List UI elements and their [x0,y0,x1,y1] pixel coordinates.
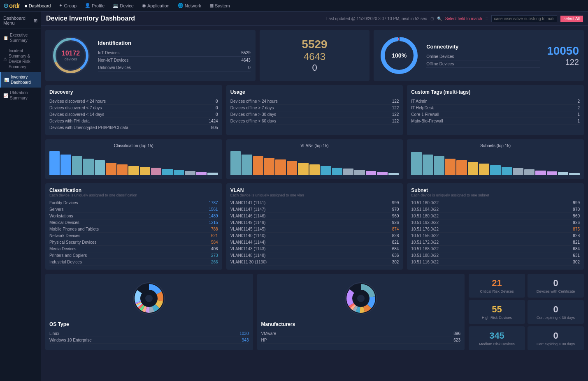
subnet-row-3: 10.51.192.0/22926 [411,219,580,226]
incident-summary-icon: ⚠ [3,56,7,62]
usage-row-3: Devices offline > 60 days 122 [230,118,399,125]
vlan-row-7: VLAN01143 (1143)684 [230,246,399,252]
subnet-row-2: 10.51.180.0/22960 [411,213,580,219]
risk-grid: 21 Critical Risk Devices 0 Devices with … [469,274,584,350]
discovery-row-0: Devices discovered < 24 hours 0 [49,98,218,105]
application-nav-icon: ◉ [142,3,146,8]
discovery-title: Discovery [49,89,218,95]
topbar: Device Inventory Dashboard Last updated … [41,12,588,26]
nav-dashboard[interactable]: ■ Dashboard [21,3,54,8]
classification-sub: Each device is uniquely assigned to one … [49,193,218,197]
connectivity-card: 100% Connectivity Online Devices Offline… [374,30,584,81]
vlan-row-4: VLAN01145 (1145)874 [230,226,399,233]
nav-device[interactable]: 💻 Device [109,3,137,8]
connectivity-values: 10050 122 [547,44,579,67]
search-input[interactable] [491,15,557,22]
subnet-row-9: 10.51.116.0/22302 [411,259,580,266]
custom-tags-title: Custom Tags (multi-tags) [411,89,580,95]
subnet-chart-panel: Subnets (top 15) [407,139,584,179]
sidebar-item-incident-summary[interactable]: ⚠ Incident Summary & Device Risk Summary [0,46,41,72]
risk-card-0: 21 Critical Risk Devices [469,274,525,298]
unknown-value: 0 [248,65,251,70]
os-type-title: OS Type [49,321,249,327]
os-row-1: Windows 10 Enterprise943 [49,337,249,344]
device-nav-icon: 💻 [113,3,119,8]
nav-profile[interactable]: 👤 Profile [81,3,108,8]
nav-group[interactable]: ✦ Group [56,3,80,8]
nav-application[interactable]: ◉ Application [139,3,173,8]
class-row-3: Medical Devices1215 [49,219,218,226]
charts-row: Classification (top 15) VLANs (top 15) S… [45,139,584,179]
connectivity-pct: 100% [392,52,407,59]
vlan-row-6: VLAN01144 (1144)821 [230,239,399,246]
classification-chart-panel: Classification (top 15) [45,139,222,179]
critical-risk-num: 21 [473,278,521,289]
iot-label: IoT Devices [98,51,120,55]
usage-title: Usage [230,89,399,95]
vlan-row-8: VLAN01148 (1148)636 [230,252,399,259]
class-row-6: Physical Security Devices584 [49,239,218,246]
iot-value: 5529 [242,51,251,55]
bottom-row: OS Type Linux1030 Windows 10 Enterprise9… [45,274,584,350]
high-risk-num: 55 [473,304,521,315]
svg-point-34 [357,295,365,302]
dashboard-nav-icon: ■ [25,3,28,8]
network-nav-icon: 🌐 [178,3,184,8]
class-row-1: Servers1561 [49,206,218,213]
custom-tags-panel: Custom Tags (multi-tags) IT Admin 2 IT H… [407,85,584,135]
total-devices-label: devices [62,57,80,61]
identification-card: 10172 devices Identification IoT Devices… [45,30,256,81]
search-icon[interactable]: 🔍 [437,16,442,21]
manufacturers-title: Manufacturers [261,321,461,327]
sidebar-expand-icon[interactable]: ⊞ [34,18,37,23]
tag-row-2: Core-1 Firewall 1 [411,111,580,118]
vlan-chart-title: VLANs (top 15) [230,143,399,148]
tag-row-1: IT HelpDesk 2 [411,105,580,111]
vlan-title: VLAN [230,187,399,193]
os-donut-chart [128,278,170,319]
svg-point-22 [145,295,153,302]
cert-90-num: 0 [532,330,580,341]
identification-info: Identification IoT Devices 5529 Non-IoT … [98,40,251,72]
cert-90-label: Cert expiring < 90 days [532,342,580,346]
screenshot-icon[interactable]: ⊡ [430,16,434,21]
identification-donut: 10172 devices [50,35,91,76]
classification-chart-title: Classification (top 15) [49,143,218,148]
subnet-row-7: 10.51.168.0/22684 [411,246,580,252]
vlan-bar-chart [230,150,399,175]
connectivity-donut: 100% [379,35,420,76]
usage-row-2: Devices offline > 30 days 122 [230,111,399,118]
sidebar-header: Dashboard Menu ⊞ [0,13,41,28]
risk-card-4: 345 Medium Risk Devices [469,326,525,350]
profile-nav-icon: 👤 [85,3,91,8]
non-iot-label: Non-IoT Devices [98,58,128,62]
class-row-9: Industrial Devices266 [49,259,218,266]
vlan-row-9: VLAN011 30 (1130)302 [230,259,399,266]
online-row: Online Devices [426,53,540,60]
topbar-right: Last updated @ 11/20/2020 3:07:10 PM; ne… [326,15,583,22]
manufacturers-donut-chart [340,278,381,319]
field-select[interactable]: Select field to match [445,16,482,21]
app-logo: ⊙ordr [3,2,20,9]
discovery-row-2: Devices discovered < 14 days 0 [49,111,218,118]
sidebar-item-utilization-summary[interactable]: 📈 Utilization Summary [0,88,41,103]
sidebar-item-executive-summary[interactable]: 📋 Executive Summary [0,30,41,46]
subnet-bar-chart [411,150,580,175]
unknown-count: 0 [312,62,317,73]
sidebar-item-inventory-dashboard[interactable]: 📊 Inventory Dashboard [0,72,41,88]
eq-label: = [486,16,488,21]
medium-risk-label: Medium Risk Devices [473,342,521,346]
usage-row-1: Devices offline > 7 days 122 [230,105,399,111]
vlan-row-5: VLAN01140 (1140)828 [230,233,399,239]
risk-card-5: 0 Cert expiring < 90 days [528,326,584,350]
search-button[interactable]: select All [560,16,583,22]
nav-system[interactable]: ▦ System [206,3,233,8]
total-devices-num: 10172 [62,50,80,57]
non-iot-value: 4643 [242,58,251,62]
os-type-panel: OS Type Linux1030 Windows 10 Enterprise9… [45,274,253,350]
subnet-row-0: 10.51.160.0/22999 [411,200,580,206]
class-row-8: Printers and Copiers273 [49,252,218,259]
vlan-panel: VLAN Each device is uniquely assigned to… [226,183,403,270]
nav-network[interactable]: 🌐 Network [174,3,205,8]
high-risk-label: High Risk Devices [473,316,521,320]
